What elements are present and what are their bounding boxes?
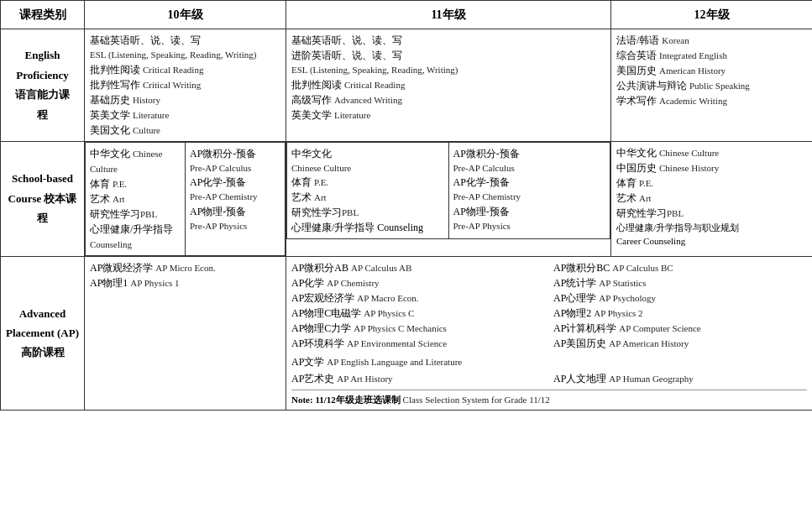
english-grade10: 基础英语听、说、读、写 ESL (Listening, Speaking, Re… [85, 29, 286, 142]
header-grade11: 11年级 [286, 1, 611, 29]
ap-row: Advanced Placement (AP) 高阶课程 AP微观经济学 AP … [1, 256, 813, 411]
school-grade12: 中华文化 Chinese Culture 中国历史 Chinese Histor… [611, 141, 813, 256]
school-category: School-based Course 校本课程 [1, 141, 85, 256]
school-grade10-right: AP微积分-预备 Pre-AP Calculus AP化学-预备 Pre-AP … [186, 142, 286, 255]
header-category: 课程类别 [1, 1, 85, 29]
ap-grade11-12: AP微积分AB AP Calculus AB AP微积分BC AP Calcul… [286, 256, 813, 411]
ap-grade10: AP微观经济学 AP Micro Econ. AP物理1 AP Physics … [85, 256, 286, 411]
school-grade11-right: AP微积分-预备 Pre-AP Calculus AP化学-预备 Pre-AP … [448, 142, 610, 239]
school-based-row: School-based Course 校本课程 中华文化 Chinese Cu… [1, 141, 813, 256]
header-grade12: 12年级 [611, 1, 813, 29]
header-grade10: 10年级 [85, 1, 286, 29]
english-proficiency-row: English Proficiency 语言能力课 程 基础英语听、说、读、写 … [1, 29, 813, 142]
english-category: English Proficiency 语言能力课 程 [1, 29, 85, 142]
school-grade11: 中华文化 Chinese Culture 体育 P.E. 艺术 Art 研究性学… [286, 141, 611, 256]
table-header: 课程类别 10年级 11年级 12年级 [1, 1, 813, 29]
school-grade10-left: 中华文化 Chinese Culture 体育 P.E. 艺术 Art 研究性学… [86, 142, 186, 255]
school-grade10: 中华文化 Chinese Culture 体育 P.E. 艺术 Art 研究性学… [85, 141, 286, 256]
school-grade11-left: 中华文化 Chinese Culture 体育 P.E. 艺术 Art 研究性学… [287, 142, 449, 239]
ap-category: Advanced Placement (AP) 高阶课程 [1, 256, 85, 411]
english-grade12: 法语/韩语 Korean 综合英语 Integrated English 美国历… [611, 29, 813, 142]
curriculum-table: 课程类别 10年级 11年级 12年级 English Proficiency … [0, 0, 812, 411]
english-grade11: 基础英语听、说、读、写 进阶英语听、说、读、写 ESL (Listening, … [286, 29, 611, 142]
